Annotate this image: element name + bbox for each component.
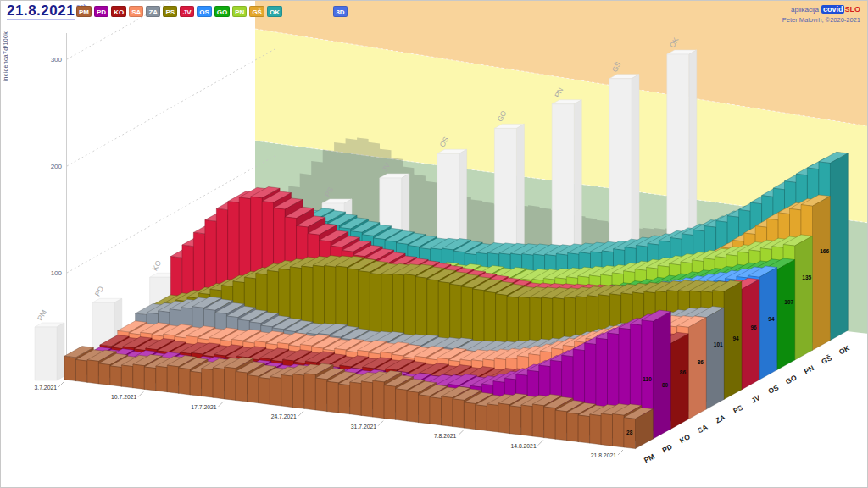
- app-title-line: aplikacijacovidSLO: [782, 5, 860, 14]
- y-axis-title-line1: 7d/100k: [3, 31, 8, 54]
- y-tick-label: 300: [51, 56, 63, 64]
- date-label: 14.8.2021: [510, 443, 536, 449]
- value-label-GŠ: 135: [802, 274, 811, 280]
- region-end-label-GŠ: GŠ: [820, 352, 833, 366]
- region-button-PD[interactable]: PD: [94, 6, 108, 17]
- app-brand-covid: covid: [821, 5, 845, 14]
- region-end-label-KO: KO: [678, 432, 692, 445]
- y-tick-label: 200: [51, 163, 63, 170]
- mode-3d-button[interactable]: 3D: [333, 6, 348, 17]
- value-label-SA: 86: [680, 369, 687, 375]
- app-prefix: aplikacija: [791, 6, 819, 14]
- value-label-OK: 166: [820, 248, 829, 254]
- region-button-PN[interactable]: PN: [232, 6, 247, 17]
- wall-ghost-label-KO: KO: [151, 258, 164, 272]
- date-label: 24.7.2021: [271, 413, 297, 419]
- region-button-GO[interactable]: GO: [214, 6, 230, 17]
- current-date-block[interactable]: 21.8.2021sob: [7, 3, 87, 20]
- value-label-PD: 110: [643, 376, 652, 382]
- value-label-PN: 107: [784, 299, 793, 305]
- region-button-PS[interactable]: PS: [163, 6, 177, 17]
- app-brand-slo: SLO: [844, 5, 860, 14]
- region-end-label-OS: OS: [767, 383, 781, 396]
- value-label-OS: 96: [750, 324, 757, 330]
- date-label: 31.7.2021: [351, 424, 376, 430]
- app-credit: aplikacijacovidSLO Peter Malovrh, ©2020-…: [782, 5, 860, 25]
- current-date: 21.8.2021: [7, 3, 75, 20]
- region-buttons: PMPDKOSAZAPSJVOSGOPNGŠOK: [76, 6, 285, 17]
- region-end-label-PM: PM: [643, 452, 656, 465]
- region-button-KO[interactable]: KO: [111, 6, 126, 17]
- value-label-GO: 94: [768, 316, 775, 322]
- region-end-label-ZA: ZA: [714, 413, 726, 424]
- y-axis-title-line2: incidenca: [3, 54, 8, 81]
- value-label-JV: 94: [732, 336, 739, 341]
- value-label-PS: 101: [714, 341, 723, 347]
- region-end-label-GO: GO: [784, 373, 798, 385]
- region-button-JV[interactable]: JV: [180, 6, 194, 17]
- region-end-label-PD: PD: [660, 442, 673, 454]
- region-button-OK[interactable]: OK: [267, 6, 282, 17]
- value-label-PM: 28: [626, 430, 633, 435]
- wall-ghost-label-PM: PM: [36, 308, 48, 322]
- date-label: 21.8.2021: [591, 452, 616, 458]
- region-button-SA[interactable]: SA: [129, 6, 143, 17]
- covid-slo-3d-chart-screen: 100200300PMPDKOSAZAPSJVOSGOPNGŠOK28PM110…: [0, 0, 868, 488]
- mode-button-block: 3D: [333, 6, 348, 17]
- region-button-PM[interactable]: PM: [76, 6, 92, 17]
- wall-ghost-label-PD: PD: [93, 285, 105, 297]
- value-label-KO: 80: [662, 382, 669, 388]
- region-end-label-PN: PN: [803, 363, 815, 375]
- region-button-OS[interactable]: OS: [197, 6, 212, 17]
- y-tick-label: 100: [51, 269, 63, 277]
- author-credit: Peter Malovrh, ©2020-2021: [782, 15, 860, 25]
- region-end-label-OK: OK: [837, 343, 852, 356]
- date-label: 10.7.2021: [111, 394, 136, 400]
- y-axis-title: 7d/100k incidenca: [3, 31, 13, 81]
- region-end-label-SA: SA: [696, 423, 709, 435]
- value-label-ZA: 86: [698, 359, 704, 365]
- date-label: 17.7.2021: [191, 404, 216, 410]
- date-label: 7.8.2021: [434, 433, 457, 439]
- date-label: 3.7.2021: [35, 385, 58, 391]
- region-end-label-JV: JV: [750, 393, 762, 405]
- region-end-label-PS: PS: [732, 403, 744, 415]
- region-button-ZA[interactable]: ZA: [146, 6, 160, 17]
- region-button-GŠ[interactable]: GŠ: [249, 6, 264, 17]
- chart-canvas: 100200300PMPDKOSAZAPSJVOSGOPNGŠOK28PM110…: [1, 1, 868, 488]
